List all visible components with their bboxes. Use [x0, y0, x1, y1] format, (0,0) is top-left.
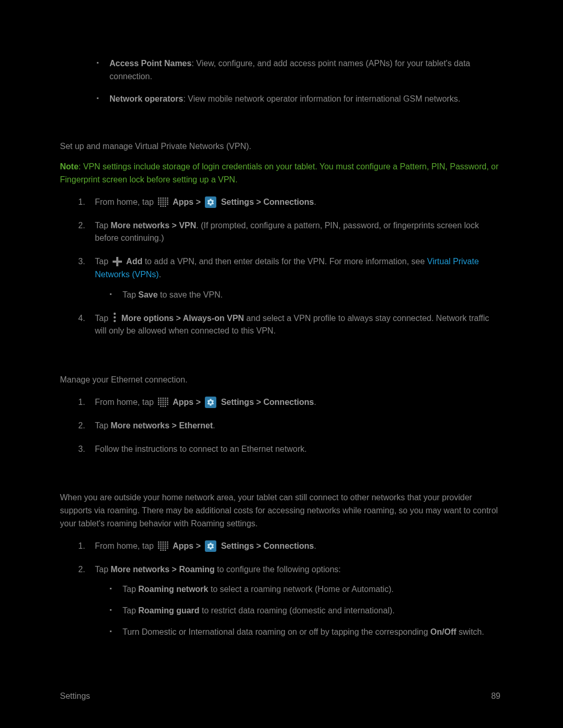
svg-rect-14: [167, 201, 169, 203]
step-bold: More networks > VPN: [111, 221, 196, 230]
svg-rect-71: [161, 549, 162, 550]
svg-rect-38: [158, 402, 160, 403]
svg-rect-61: [158, 545, 160, 547]
step-item: 3. Tap Add to add a VPN, and then enter …: [83, 255, 500, 301]
step-bold: Add: [124, 257, 142, 266]
step-bold: Apps >: [170, 398, 203, 406]
svg-rect-2: [163, 198, 164, 199]
svg-rect-54: [165, 541, 166, 543]
svg-rect-30: [163, 398, 164, 399]
svg-rect-34: [161, 400, 162, 401]
svg-rect-16: [161, 203, 162, 205]
svg-rect-32: [167, 398, 169, 399]
step-item: 3. Follow the instructions to connect to…: [83, 443, 500, 456]
apps-grid-icon: [158, 541, 168, 551]
step-item: 4. Tap More options > Always-on VPN and …: [83, 312, 500, 338]
step-number: 2.: [78, 419, 85, 433]
step-number: 4.: [78, 312, 85, 325]
svg-rect-19: [167, 203, 169, 205]
step-item: 2. Tap More networks > Roaming to config…: [83, 563, 500, 639]
step-text: Tap: [95, 565, 111, 574]
page-footer: Settings 89: [60, 692, 500, 701]
settings-gear-icon: [205, 540, 216, 552]
svg-rect-72: [163, 549, 164, 550]
svg-rect-62: [161, 545, 162, 547]
svg-rect-66: [158, 547, 160, 549]
step-text: to configure the following options:: [215, 565, 341, 574]
step-item: 2. Tap More networks > Ethernet.: [83, 419, 500, 433]
svg-rect-68: [163, 547, 164, 549]
more-vertical-icon: [113, 312, 117, 323]
svg-rect-4: [167, 198, 169, 199]
vpn-intro: Set up and manage Virtual Private Networ…: [60, 140, 500, 153]
svg-rect-67: [161, 547, 162, 549]
svg-rect-60: [167, 543, 169, 545]
svg-rect-13: [165, 201, 166, 203]
svg-rect-21: [163, 205, 164, 206]
list-item: Tap Roaming guard to restrict data roami…: [109, 604, 500, 618]
step-bold: Apps >: [170, 198, 203, 206]
svg-rect-65: [167, 545, 169, 547]
svg-rect-10: [158, 201, 160, 203]
svg-rect-52: [161, 541, 162, 543]
roaming-steps: 1. From home, tap Apps > Settings > Conn…: [83, 540, 500, 639]
step-item: 1. From home, tap Apps > Settings > Conn…: [83, 196, 500, 209]
vpn-note: Note: VPN settings include storage of lo…: [60, 161, 500, 187]
bullet-bold: Network operators: [109, 94, 183, 103]
svg-rect-40: [163, 402, 164, 403]
svg-rect-6: [161, 199, 162, 201]
step-text: to restrict data roaming (domestic and i…: [200, 606, 395, 615]
bullet-text: : View mobile network operator informati…: [183, 94, 460, 103]
svg-rect-70: [167, 547, 169, 549]
step-text: From home, tap: [95, 398, 156, 406]
apps-grid-icon: [158, 398, 168, 407]
step-text: Tap: [95, 314, 111, 323]
svg-rect-7: [163, 199, 164, 201]
list-item: Tap Roaming network to select a roaming …: [109, 583, 500, 596]
list-item: Turn Domestic or International data roam…: [109, 626, 500, 639]
svg-rect-45: [163, 403, 164, 405]
settings-gear-icon: [205, 397, 216, 408]
svg-point-25: [114, 313, 116, 315]
step-text: Tap: [123, 585, 138, 594]
svg-rect-11: [161, 201, 162, 203]
sub-bullet-list: Tap Save to save the VPN.: [109, 289, 500, 302]
svg-rect-69: [165, 547, 166, 549]
step-bold: On/Off: [431, 627, 457, 636]
step-bold: More options > Always-on VPN: [119, 314, 244, 323]
step-number: 1.: [78, 540, 85, 553]
svg-rect-12: [163, 201, 164, 203]
svg-point-27: [114, 320, 116, 322]
svg-rect-15: [158, 203, 160, 205]
svg-rect-35: [163, 400, 164, 401]
vpn-steps: 1. From home, tap Apps > Settings > Conn…: [83, 196, 500, 338]
svg-rect-1: [161, 198, 162, 199]
svg-rect-0: [158, 198, 160, 199]
ethernet-steps: 1. From home, tap Apps > Settings > Conn…: [83, 396, 500, 455]
step-item: 1. From home, tap Apps > Settings > Conn…: [83, 396, 500, 409]
step-text: Tap: [95, 421, 111, 430]
svg-rect-41: [165, 402, 166, 403]
step-bold: Settings > Connections: [218, 198, 314, 206]
footer-page-number: 89: [491, 692, 500, 701]
svg-rect-5: [158, 199, 160, 201]
svg-rect-57: [161, 543, 162, 545]
step-text: to save the VPN.: [158, 290, 223, 299]
apps-grid-icon: [158, 198, 168, 207]
svg-rect-53: [163, 541, 164, 543]
step-item: 1. From home, tap Apps > Settings > Conn…: [83, 540, 500, 553]
step-number: 3.: [78, 255, 85, 268]
svg-rect-63: [163, 545, 164, 547]
sub-bullet-list: Tap Roaming network to select a roaming …: [109, 583, 500, 638]
step-text: to select a roaming network (Home or Aut…: [208, 585, 394, 594]
step-text: Tap: [95, 221, 111, 230]
note-text: : VPN settings include storage of login …: [60, 162, 498, 184]
ethernet-intro: Manage your Ethernet connection.: [60, 374, 500, 387]
svg-rect-55: [167, 541, 169, 543]
svg-rect-31: [165, 398, 166, 399]
step-text: .: [314, 398, 316, 406]
svg-rect-51: [158, 541, 160, 543]
svg-rect-49: [163, 405, 164, 406]
step-bold: Save: [138, 290, 157, 299]
list-item: Tap Save to save the VPN.: [109, 289, 500, 302]
